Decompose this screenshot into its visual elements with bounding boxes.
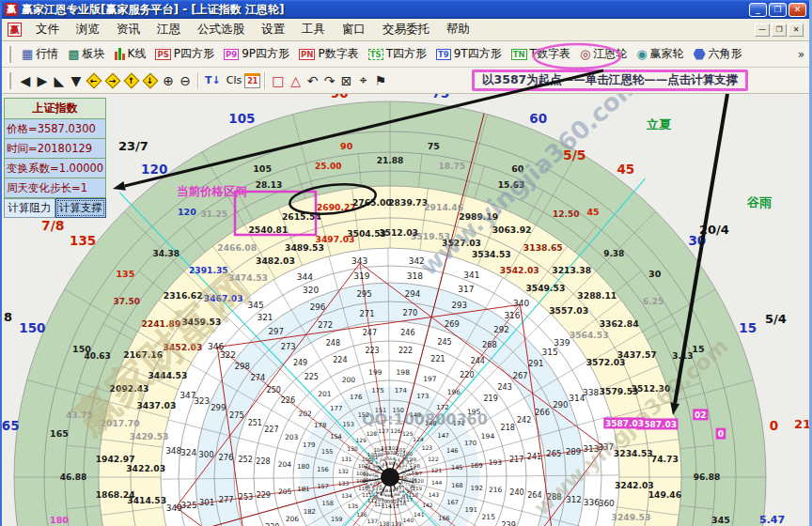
calc-support-button[interactable]: 计算支撑	[55, 198, 107, 218]
zoom-out-icon[interactable]: ⊖	[177, 71, 194, 90]
svg-text:2914.46: 2914.46	[424, 202, 463, 212]
title-bar[interactable]: 赢 赢家江恩专业版[赢家服务平台] - [上证指数 江恩轮] _ ❐ ✕	[2, 0, 809, 19]
kline-button[interactable]: K线	[110, 43, 151, 65]
svg-text:96.88: 96.88	[694, 472, 720, 482]
menu-help[interactable]: 帮助	[438, 19, 478, 40]
crosshair-icon[interactable]: ⌖	[355, 71, 372, 90]
p9-square-button[interactable]: P9 9P四方形	[219, 43, 294, 65]
t-down-icon[interactable]: T↓	[202, 71, 224, 90]
arc-cw-icon[interactable]: ↷	[321, 71, 338, 90]
menu-settings[interactable]: 设置	[253, 19, 293, 40]
svg-text:3564.53: 3564.53	[570, 330, 609, 340]
t-table-button[interactable]: TN T数字表	[507, 43, 575, 65]
menu-file[interactable]: 文件	[27, 19, 68, 40]
quotes-button[interactable]: ▦ 行情	[17, 43, 63, 65]
triangle-tool-icon[interactable]: △	[288, 71, 304, 90]
restore-button[interactable]: ❐	[769, 3, 787, 17]
svg-text:135: 135	[348, 503, 359, 509]
svg-text:3549.53: 3549.53	[525, 283, 565, 293]
t-square-button[interactable]: TS T四方形	[364, 43, 431, 65]
mdi-minimize-icon[interactable]: —	[755, 23, 770, 37]
svg-text:340: 340	[513, 299, 529, 308]
svg-text:9.38: 9.38	[603, 249, 624, 258]
svg-text:325: 325	[181, 501, 197, 510]
svg-text:105: 105	[253, 163, 272, 174]
svg-text:196: 196	[447, 388, 461, 396]
svg-text:167: 167	[447, 499, 459, 506]
mdi-close-icon[interactable]: ✕	[789, 23, 804, 37]
chart-area: 2526272829303132333435363738394041424344…	[2, 94, 809, 526]
svg-text:344: 344	[297, 272, 313, 282]
gann-wheel-button[interactable]: ◎ 江恩轮	[575, 43, 632, 65]
svg-text:135: 135	[70, 233, 96, 248]
menu-news[interactable]: 资讯	[108, 19, 148, 40]
nav-rotate-down-icon[interactable]: ▼	[68, 71, 85, 90]
calendar-icon[interactable]: 21	[244, 73, 260, 88]
svg-text:248: 248	[326, 339, 340, 348]
svg-text:142: 142	[422, 502, 433, 508]
p-table-button[interactable]: PN P数字表	[294, 43, 364, 65]
svg-text:128: 128	[367, 430, 378, 437]
svg-text:105: 105	[228, 111, 255, 126]
sectors-button[interactable]: ▩ 板块	[63, 43, 109, 65]
svg-text:2466.08: 2466.08	[217, 242, 257, 253]
shift-left-icon[interactable]: ←	[86, 72, 102, 88]
nav-rotate-left-icon[interactable]: ◣	[51, 71, 68, 90]
kline-label: K线	[128, 46, 147, 62]
svg-text:268: 268	[482, 340, 497, 349]
application-window: 赢 赢家江恩专业版[赢家服务平台] - [上证指数 江恩轮] _ ❐ ✕ 赢 文…	[0, 0, 812, 526]
t-table-label: T数字表	[530, 46, 570, 62]
flag-icon[interactable]: ⚑	[372, 71, 390, 90]
menu-window[interactable]: 窗口	[334, 19, 374, 40]
calc-resistance-button[interactable]: 计算阻力	[4, 198, 55, 218]
svg-text:200: 200	[342, 376, 356, 384]
svg-text:3422.03: 3422.03	[126, 463, 165, 473]
mdi-restore-icon[interactable]: ❐	[772, 23, 787, 37]
close-button[interactable]: ✕	[789, 3, 806, 17]
svg-text:158: 158	[322, 500, 334, 507]
svg-text:129: 129	[355, 437, 367, 443]
menu-browse[interactable]: 浏览	[68, 19, 108, 40]
shift-up-icon[interactable]: ↑	[124, 72, 140, 88]
t-table-icon: TN	[511, 49, 527, 60]
svg-text:28.13: 28.13	[256, 180, 282, 190]
rect-tool-icon[interactable]: □	[269, 71, 287, 90]
menu-gann[interactable]: 江恩	[148, 19, 189, 40]
zoom-in-icon[interactable]: ⊕	[160, 71, 177, 90]
k-line-icon	[115, 48, 125, 60]
svg-text:343: 343	[351, 256, 367, 266]
svg-text:202: 202	[299, 410, 313, 418]
cls-button[interactable]: Cls	[224, 71, 244, 90]
nav-next-icon[interactable]: ▶	[34, 71, 51, 90]
svg-text:229: 229	[257, 491, 271, 500]
svg-text:123: 123	[422, 444, 433, 451]
drawing-toolbar: ◀▶◣▼←→↑↓⊕⊖T↓Cls21□△↶↷⊠⌖⚑ 以3587为起点——单击江恩轮…	[2, 68, 809, 94]
svg-text:277: 277	[219, 495, 234, 504]
arc-ccw-icon[interactable]: ↶	[304, 71, 321, 90]
select-box-icon[interactable]: ⊠	[338, 71, 355, 90]
hexagon-button[interactable]: 六角形	[689, 43, 747, 65]
menu-tools[interactable]: 工具	[293, 19, 334, 40]
svg-text:266: 266	[535, 408, 550, 417]
t9-square-button[interactable]: T9 9T四方形	[431, 43, 507, 65]
svg-text:60: 60	[529, 111, 547, 126]
toolbar-overflow-icon[interactable]: »	[798, 48, 804, 61]
svg-text:3249.53: 3249.53	[612, 512, 651, 522]
menu-formula-stockpick[interactable]: 公式选股	[189, 19, 253, 40]
svg-text:168: 168	[451, 482, 462, 489]
svg-text:3587.03: 3587.03	[605, 419, 644, 428]
svg-text:178: 178	[314, 422, 326, 429]
menu-trade[interactable]: 交易委托	[374, 19, 438, 40]
nav-prev-icon[interactable]: ◀	[17, 71, 34, 90]
shift-right-icon[interactable]: →	[105, 72, 121, 88]
winner-wheel-button[interactable]: ◉ 赢家轮	[632, 43, 688, 65]
p-square-button[interactable]: PS P四方形	[150, 43, 219, 65]
minimize-button[interactable]: _	[749, 3, 767, 17]
p-square-icon: PS	[155, 49, 170, 60]
gann-wheel-chart[interactable]: 2526272829303132333435363738394041424344…	[2, 94, 809, 526]
svg-text:174: 174	[395, 387, 408, 394]
shift-down-icon[interactable]: ↓	[143, 72, 159, 88]
svg-text:241: 241	[527, 453, 541, 461]
panel-buttons: 计算阻力 计算支撑	[4, 198, 106, 218]
svg-text:3242.03: 3242.03	[615, 480, 654, 490]
